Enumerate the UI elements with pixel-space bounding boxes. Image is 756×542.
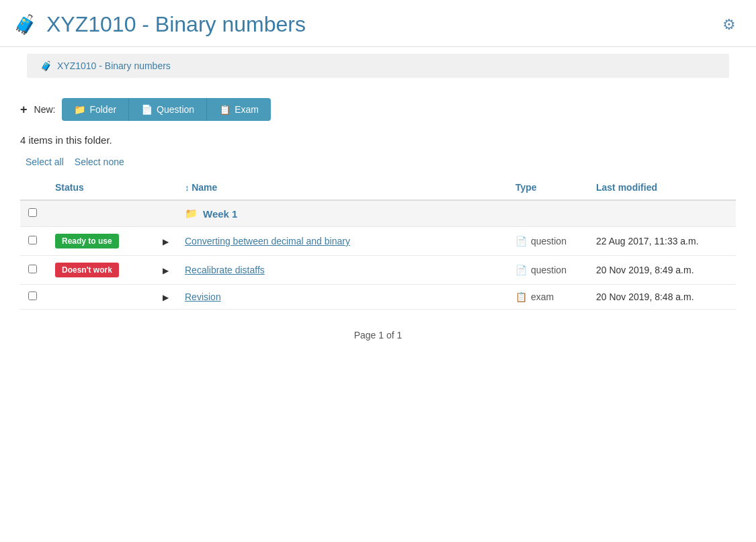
row-name-cell: Recalibrate distaffs bbox=[177, 256, 507, 285]
play-button[interactable]: ▶ bbox=[163, 266, 169, 275]
folder-name-text[interactable]: Week 1 bbox=[203, 208, 237, 220]
gear-icon[interactable]: ⚙ bbox=[722, 16, 736, 34]
col-check-header bbox=[20, 175, 47, 200]
table-row: Doesn't work▶Recalibrate distaffs📄questi… bbox=[20, 256, 736, 285]
page-title: XYZ1010 - Binary numbers bbox=[46, 12, 306, 37]
items-count: 4 items in this folder. bbox=[20, 134, 736, 146]
item-name-link[interactable]: Recalibrate distaffs bbox=[185, 265, 265, 275]
select-bar: Select all Select none bbox=[20, 154, 736, 170]
row-name-cell: Revision bbox=[177, 285, 507, 310]
row-checkbox-cell bbox=[20, 200, 47, 227]
row-last-modified: 20 Nov 2019, 8:48 a.m. bbox=[588, 285, 736, 310]
briefcase-icon: 🧳 bbox=[13, 13, 37, 36]
table-row: 📁Week 1 bbox=[20, 200, 736, 227]
new-plus-icon: + bbox=[20, 103, 28, 117]
exam-btn-icon: 📋 bbox=[219, 104, 230, 115]
row-name-cell: 📁Week 1 bbox=[177, 200, 507, 227]
row-play-cell: ▶ bbox=[155, 285, 177, 310]
row-last-modified: 22 Aug 2017, 11:33 a.m. bbox=[588, 227, 736, 256]
row-play-cell bbox=[155, 200, 177, 227]
play-button[interactable]: ▶ bbox=[163, 237, 169, 246]
table-row: Ready to use▶Converting between decimal … bbox=[20, 227, 736, 256]
row-checkbox-cell bbox=[20, 227, 47, 256]
question-type-icon: 📄 bbox=[515, 236, 527, 246]
new-button-group: 📁 Folder 📄 Question 📋 Exam bbox=[62, 98, 271, 121]
breadcrumb-briefcase-icon: 🧳 bbox=[40, 60, 52, 71]
col-type-header: Type bbox=[507, 175, 588, 200]
row-checkbox-cell bbox=[20, 285, 47, 310]
row-status-cell bbox=[47, 200, 155, 227]
breadcrumb: 🧳 XYZ1010 - Binary numbers bbox=[27, 54, 729, 78]
pagination-text: Page 1 of 1 bbox=[354, 330, 403, 341]
new-label: New: bbox=[34, 104, 56, 115]
exam-btn-label: Exam bbox=[235, 104, 259, 115]
breadcrumb-text[interactable]: XYZ1010 - Binary numbers bbox=[57, 60, 171, 71]
folder-btn-icon: 📁 bbox=[74, 104, 85, 115]
item-name-link[interactable]: Revision bbox=[185, 291, 221, 302]
new-folder-button[interactable]: 📁 Folder bbox=[62, 98, 128, 121]
row-type-cell bbox=[507, 200, 588, 227]
status-badge: Ready to use bbox=[55, 234, 119, 249]
row-status-cell: Ready to use bbox=[47, 227, 155, 256]
col-modified-header: Last modified bbox=[588, 175, 736, 200]
item-name-link[interactable]: Converting between decimal and binary bbox=[185, 236, 350, 246]
row-type-cell: 📋exam bbox=[507, 285, 588, 310]
row-status-cell: Doesn't work bbox=[47, 256, 155, 285]
row-checkbox[interactable] bbox=[28, 265, 37, 273]
sort-icon: ↕ bbox=[185, 183, 192, 193]
new-bar: + New: 📁 Folder 📄 Question 📋 Exam bbox=[20, 98, 736, 121]
row-name-cell: Converting between decimal and binary bbox=[177, 227, 507, 256]
folder-btn-label: Folder bbox=[89, 104, 116, 115]
exam-type-icon: 📋 bbox=[515, 291, 527, 302]
question-btn-label: Question bbox=[157, 104, 194, 115]
col-status-header: Status bbox=[47, 175, 155, 200]
type-label: question bbox=[531, 265, 566, 275]
row-checkbox[interactable] bbox=[28, 208, 37, 217]
type-label: question bbox=[531, 236, 566, 246]
row-last-modified bbox=[588, 200, 736, 227]
folder-icon: 📁 bbox=[185, 208, 198, 220]
row-checkbox-cell bbox=[20, 256, 47, 285]
col-name-header[interactable]: ↕ Name bbox=[177, 175, 507, 200]
row-last-modified: 20 Nov 2019, 8:49 a.m. bbox=[588, 256, 736, 285]
row-type-cell: 📄question bbox=[507, 227, 588, 256]
select-none-link[interactable]: Select none bbox=[69, 154, 130, 170]
play-button[interactable]: ▶ bbox=[163, 293, 169, 302]
question-btn-icon: 📄 bbox=[141, 104, 153, 115]
col-play-header bbox=[155, 175, 177, 200]
status-badge: Doesn't work bbox=[55, 263, 119, 277]
row-play-cell: ▶ bbox=[155, 227, 177, 256]
table-row: ▶Revision📋exam20 Nov 2019, 8:48 a.m. bbox=[20, 285, 736, 310]
pagination: Page 1 of 1 bbox=[20, 330, 736, 341]
question-type-icon: 📄 bbox=[515, 265, 527, 275]
row-type-cell: 📄question bbox=[507, 256, 588, 285]
new-question-button[interactable]: 📄 Question bbox=[128, 98, 206, 121]
select-all-link[interactable]: Select all bbox=[20, 154, 69, 170]
items-table: Status ↕ Name Type Last modified 📁Week 1… bbox=[20, 175, 736, 310]
row-checkbox[interactable] bbox=[28, 236, 37, 244]
row-play-cell: ▶ bbox=[155, 256, 177, 285]
row-status-cell bbox=[47, 285, 155, 310]
row-checkbox[interactable] bbox=[28, 291, 37, 300]
new-exam-button[interactable]: 📋 Exam bbox=[206, 98, 271, 121]
type-label: exam bbox=[531, 291, 554, 302]
